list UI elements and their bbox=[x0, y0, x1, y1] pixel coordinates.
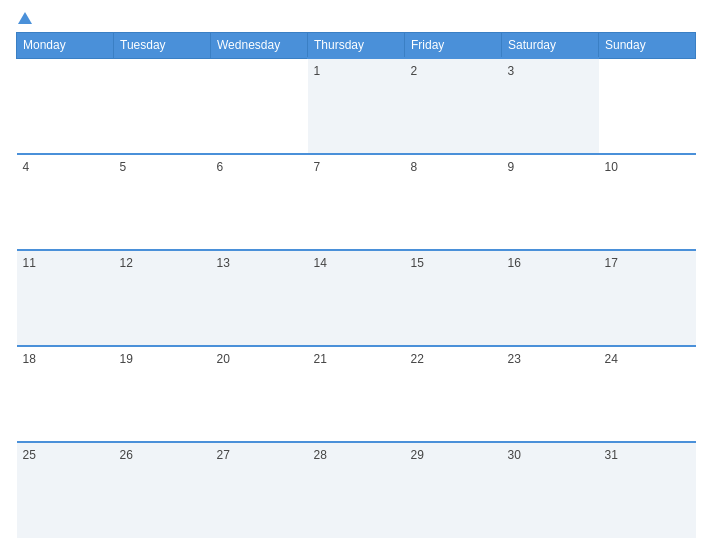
calendar-cell: 4 bbox=[17, 154, 114, 250]
calendar-cell: 13 bbox=[211, 250, 308, 346]
day-number: 30 bbox=[508, 448, 521, 462]
calendar-cell: 22 bbox=[405, 346, 502, 442]
day-number: 4 bbox=[23, 160, 30, 174]
calendar-cell: 28 bbox=[308, 442, 405, 538]
day-number: 28 bbox=[314, 448, 327, 462]
calendar-cell: 25 bbox=[17, 442, 114, 538]
calendar-week-row: 123 bbox=[17, 58, 696, 154]
calendar-cell bbox=[114, 58, 211, 154]
calendar-table: MondayTuesdayWednesdayThursdayFridaySatu… bbox=[16, 32, 696, 538]
day-number: 6 bbox=[217, 160, 224, 174]
weekday-header-wednesday: Wednesday bbox=[211, 33, 308, 59]
calendar-cell: 21 bbox=[308, 346, 405, 442]
day-number: 10 bbox=[605, 160, 618, 174]
day-number: 13 bbox=[217, 256, 230, 270]
weekday-header-monday: Monday bbox=[17, 33, 114, 59]
weekday-header-friday: Friday bbox=[405, 33, 502, 59]
calendar-cell: 2 bbox=[405, 58, 502, 154]
calendar-cell: 14 bbox=[308, 250, 405, 346]
day-number: 25 bbox=[23, 448, 36, 462]
calendar-cell: 1 bbox=[308, 58, 405, 154]
calendar-week-row: 18192021222324 bbox=[17, 346, 696, 442]
calendar-week-row: 11121314151617 bbox=[17, 250, 696, 346]
calendar-cell: 10 bbox=[599, 154, 696, 250]
calendar-cell: 24 bbox=[599, 346, 696, 442]
calendar-wrapper: MondayTuesdayWednesdayThursdayFridaySatu… bbox=[0, 0, 712, 550]
day-number: 12 bbox=[120, 256, 133, 270]
weekday-header-sunday: Sunday bbox=[599, 33, 696, 59]
weekday-header-tuesday: Tuesday bbox=[114, 33, 211, 59]
day-number: 7 bbox=[314, 160, 321, 174]
day-number: 1 bbox=[314, 64, 321, 78]
day-number: 31 bbox=[605, 448, 618, 462]
day-number: 11 bbox=[23, 256, 36, 270]
day-number: 18 bbox=[23, 352, 36, 366]
calendar-cell: 6 bbox=[211, 154, 308, 250]
day-number: 16 bbox=[508, 256, 521, 270]
calendar-cell bbox=[599, 58, 696, 154]
day-number: 21 bbox=[314, 352, 327, 366]
calendar-cell: 29 bbox=[405, 442, 502, 538]
day-number: 8 bbox=[411, 160, 418, 174]
logo bbox=[16, 12, 32, 24]
calendar-cell: 12 bbox=[114, 250, 211, 346]
logo-triangle-icon bbox=[18, 12, 32, 24]
calendar-cell: 18 bbox=[17, 346, 114, 442]
calendar-cell bbox=[17, 58, 114, 154]
day-number: 17 bbox=[605, 256, 618, 270]
day-number: 5 bbox=[120, 160, 127, 174]
calendar-cell: 26 bbox=[114, 442, 211, 538]
calendar-cell bbox=[211, 58, 308, 154]
calendar-cell: 19 bbox=[114, 346, 211, 442]
calendar-cell: 31 bbox=[599, 442, 696, 538]
calendar-cell: 3 bbox=[502, 58, 599, 154]
calendar-week-row: 45678910 bbox=[17, 154, 696, 250]
day-number: 29 bbox=[411, 448, 424, 462]
day-number: 15 bbox=[411, 256, 424, 270]
calendar-cell: 30 bbox=[502, 442, 599, 538]
day-number: 9 bbox=[508, 160, 515, 174]
calendar-week-row: 25262728293031 bbox=[17, 442, 696, 538]
day-number: 22 bbox=[411, 352, 424, 366]
calendar-cell: 20 bbox=[211, 346, 308, 442]
weekday-header-row: MondayTuesdayWednesdayThursdayFridaySatu… bbox=[17, 33, 696, 59]
calendar-cell: 27 bbox=[211, 442, 308, 538]
calendar-header bbox=[16, 12, 696, 24]
day-number: 2 bbox=[411, 64, 418, 78]
weekday-header-saturday: Saturday bbox=[502, 33, 599, 59]
calendar-cell: 9 bbox=[502, 154, 599, 250]
calendar-cell: 16 bbox=[502, 250, 599, 346]
day-number: 14 bbox=[314, 256, 327, 270]
calendar-cell: 11 bbox=[17, 250, 114, 346]
calendar-cell: 23 bbox=[502, 346, 599, 442]
calendar-cell: 8 bbox=[405, 154, 502, 250]
day-number: 24 bbox=[605, 352, 618, 366]
calendar-cell: 7 bbox=[308, 154, 405, 250]
calendar-cell: 15 bbox=[405, 250, 502, 346]
calendar-cell: 17 bbox=[599, 250, 696, 346]
day-number: 27 bbox=[217, 448, 230, 462]
day-number: 26 bbox=[120, 448, 133, 462]
day-number: 19 bbox=[120, 352, 133, 366]
day-number: 23 bbox=[508, 352, 521, 366]
day-number: 3 bbox=[508, 64, 515, 78]
calendar-cell: 5 bbox=[114, 154, 211, 250]
day-number: 20 bbox=[217, 352, 230, 366]
weekday-header-thursday: Thursday bbox=[308, 33, 405, 59]
